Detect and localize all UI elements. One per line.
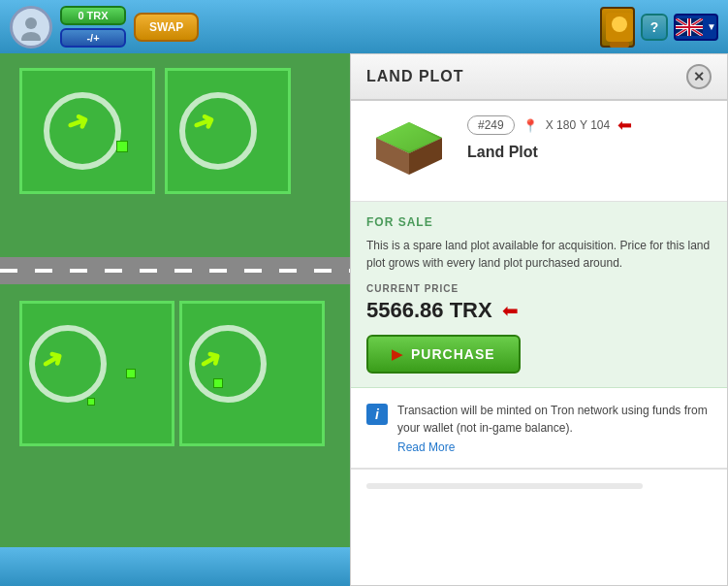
language-flag-button[interactable]: ▼ xyxy=(674,14,718,41)
top-bar: 0 TRX -/+ SWAP ? xyxy=(0,0,728,53)
close-button[interactable]: ✕ xyxy=(686,64,712,89)
avatar-button[interactable] xyxy=(10,6,52,49)
for-sale-description: This is a spare land plot available for … xyxy=(366,237,712,272)
svg-rect-5 xyxy=(610,42,629,48)
land-plot-panel: LAND PLOT ✕ xyxy=(350,53,728,586)
location-pin-icon: 📍 xyxy=(522,118,538,133)
purchase-tron-icon: ▶ xyxy=(392,346,403,362)
plot-info-section: #249 📍 X 180 Y 104 ⬅ Land Plot xyxy=(351,101,727,202)
help-button[interactable]: ? xyxy=(641,14,668,41)
building-1 xyxy=(116,141,128,152)
top-bar-right: ? ▼ xyxy=(600,7,718,48)
panel-header: LAND PLOT ✕ xyxy=(351,54,727,101)
for-sale-section: FOR SALE This is a spare land plot avail… xyxy=(351,202,727,388)
plot-details: #249 📍 X 180 Y 104 ⬅ Land Plot xyxy=(467,114,712,161)
plot-id-row: #249 📍 X 180 Y 104 ⬅ xyxy=(467,114,712,136)
additional-content-hint xyxy=(351,469,727,507)
help-label: ? xyxy=(650,19,659,35)
svg-rect-14 xyxy=(688,18,690,36)
coord-y: Y 104 xyxy=(580,118,610,132)
trx-group: 0 TRX -/+ xyxy=(60,6,126,48)
price-arrow-icon: ⬅ xyxy=(502,299,519,322)
transaction-text-block: Transaction will be minted on Tron netwo… xyxy=(397,402,712,454)
building-2 xyxy=(126,369,136,378)
price-value: 5566.86 TRX xyxy=(366,298,492,323)
svg-point-1 xyxy=(21,32,41,41)
character-icon[interactable] xyxy=(600,7,635,48)
read-more-link[interactable]: Read More xyxy=(397,440,712,454)
purchase-label: PURCHASE xyxy=(411,346,495,362)
flag-dropdown-arrow: ▼ xyxy=(707,21,716,32)
plot-image xyxy=(366,114,454,187)
building-4 xyxy=(213,378,223,388)
plot-id-badge: #249 xyxy=(467,115,515,135)
swap-button[interactable]: SWAP xyxy=(134,13,199,42)
panel-body[interactable]: #249 📍 X 180 Y 104 ⬅ Land Plot FOR SALE … xyxy=(351,101,727,585)
building-3 xyxy=(87,398,95,406)
for-sale-label: FOR SALE xyxy=(366,215,712,229)
arrow-indicator-icon: ⬅ xyxy=(617,114,632,136)
transaction-text: Transaction will be minted on Tron netwo… xyxy=(397,402,712,437)
info-icon: i xyxy=(366,404,388,425)
minus-plus-button[interactable]: -/+ xyxy=(60,28,126,48)
trx-balance-button[interactable]: 0 TRX xyxy=(60,6,126,25)
plot-coords: X 180 Y 104 xyxy=(546,118,611,132)
purchase-button[interactable]: ▶ PURCHASE xyxy=(366,335,521,374)
swap-label: SWAP xyxy=(149,20,183,34)
current-price-label: CURRENT PRICE xyxy=(366,283,712,294)
price-row: 5566.86 TRX ⬅ xyxy=(366,298,712,323)
transaction-info-section: i Transaction will be minted on Tron net… xyxy=(351,388,727,469)
plot-name: Land Plot xyxy=(467,144,712,161)
svg-rect-3 xyxy=(612,16,627,32)
panel-title: LAND PLOT xyxy=(366,68,464,85)
svg-point-0 xyxy=(25,17,37,29)
coord-x: X 180 xyxy=(546,118,576,132)
